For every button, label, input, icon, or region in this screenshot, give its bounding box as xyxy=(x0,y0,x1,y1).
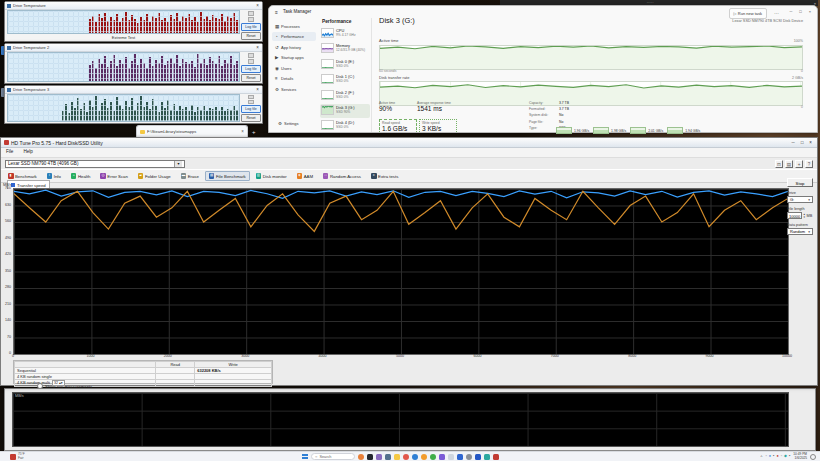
temp-bar xyxy=(164,108,166,121)
tray-icon[interactable]: ▫ xyxy=(781,455,782,459)
temp-bar xyxy=(194,67,196,81)
sidebar-item-services[interactable]: ⚙Services xyxy=(272,85,316,94)
minimize-icon[interactable]: ─ xyxy=(789,9,792,14)
perf-item-disk-2-f-[interactable]: Disk 2 (F:)SSD 0% xyxy=(320,89,370,103)
close-icon[interactable]: × xyxy=(809,140,812,145)
toolbar-tab-file-benchmark[interactable]: ▤File Benchmark xyxy=(205,171,250,181)
taskbar-icon-app-light[interactable] xyxy=(448,454,454,460)
close-icon[interactable]: × xyxy=(255,3,260,8)
tray-icon[interactable]: ● xyxy=(769,455,771,459)
sidebar-item-app-history[interactable]: ↺App history xyxy=(272,43,316,52)
toolbar-tab-disk-monitor[interactable]: ▥Disk monitor xyxy=(252,171,291,181)
run-new-task-button[interactable]: ▷ Run new task xyxy=(729,8,767,19)
temp-window-titlebar[interactable]: Drive Temperature 2 × xyxy=(5,44,262,52)
drive-selector[interactable]: Lexar SSD NM790 4TB (4096 GB) ▾ xyxy=(5,160,185,168)
checkbox-icon[interactable] xyxy=(37,383,43,389)
tray-icon[interactable]: ▫ xyxy=(765,455,766,459)
close-icon[interactable]: × xyxy=(241,129,244,134)
perf-item-disk-1-c-[interactable]: Disk 1 (C:)SSD 0% xyxy=(320,73,370,87)
temp-bar xyxy=(140,17,142,33)
notification-bell-icon[interactable] xyxy=(810,454,816,460)
explorer-tab[interactable]: F:\SteamLibrary\steamapps × xyxy=(136,125,248,137)
perf-item-disk-3-g-[interactable]: Disk 3 (G:)SSD 90% xyxy=(320,104,370,118)
log-file-button[interactable]: Log file xyxy=(241,105,261,113)
taskbar-icon-app-gray[interactable] xyxy=(466,454,472,460)
perf-item-memory[interactable]: Memory12.6/31.9 GB (40%) xyxy=(320,42,370,56)
temp-window-3: Drive Temperature 3 × Log file Reset xyxy=(4,85,263,124)
taskbar-icon-file-explorer[interactable] xyxy=(394,454,400,460)
sidebar-item-startup-apps[interactable]: ▶Startup apps xyxy=(272,53,316,62)
perf-item-disk-4-d-[interactable]: Disk 4 (D:)SSD 0% xyxy=(320,119,370,133)
perf-item-disk-0-e-[interactable]: Disk 0 (E:)SSD 0% xyxy=(320,58,370,72)
minimize-icon[interactable]: ─ xyxy=(791,140,794,145)
taskbar-icon-app-blue2[interactable] xyxy=(457,454,463,460)
perf-item-cpu[interactable]: CPU9% 4.17 GHz xyxy=(320,27,370,41)
tray-icon[interactable]: ● xyxy=(776,455,778,459)
taskbar-icon-app-steel[interactable] xyxy=(385,454,391,460)
perf-item-text: Disk 3 (G:)SSD 90% xyxy=(336,105,355,117)
hamburger-icon[interactable]: ≡ xyxy=(275,9,278,15)
toolbar-tab-folder-usage[interactable]: ▰Folder Usage xyxy=(134,171,175,181)
spinner-arrows-icon[interactable]: ▲▼ xyxy=(803,213,805,219)
toolbar-tab-random-access[interactable]: ∷Random Access xyxy=(319,171,365,181)
reset-button[interactable]: Reset xyxy=(241,114,261,122)
sidebar-item-processes[interactable]: ▦Processes xyxy=(272,22,316,31)
save-icon[interactable]: ▤ xyxy=(785,160,793,168)
temp-bar xyxy=(104,56,106,81)
tray-icon[interactable]: ▪ xyxy=(789,455,790,459)
taskbar-icon-app-green[interactable] xyxy=(430,454,436,460)
temp-window-titlebar[interactable]: Drive Temperature 3 × xyxy=(5,86,262,94)
chevron-down-icon[interactable]: ▾ xyxy=(174,161,182,167)
tray-icon[interactable]: ▪ xyxy=(773,455,774,459)
file-length-input[interactable]: 10000 xyxy=(787,212,802,219)
menu-file[interactable]: File xyxy=(6,149,13,156)
temp-window-titlebar[interactable]: Drive Temperature × xyxy=(5,2,262,10)
search-input[interactable]: ○ Search xyxy=(311,453,355,460)
toolbar-tab-health[interactable]: +Health xyxy=(67,171,94,181)
chevron-down-icon: ▾ xyxy=(808,198,810,202)
toolbar-tab-error-scan[interactable]: ◎Error Scan xyxy=(96,171,132,181)
stop-button[interactable]: Stop xyxy=(787,178,813,187)
toolbar-tab-erase[interactable]: ▬Erase xyxy=(177,171,203,181)
taskbar-clock[interactable]: 10:49 PM1/6/2025 xyxy=(793,453,807,460)
log-file-button[interactable]: Log file xyxy=(241,23,261,31)
taskbar-icon-app-red[interactable] xyxy=(403,454,409,460)
log-file-button[interactable]: Log file xyxy=(241,65,261,73)
maximize-icon[interactable]: □ xyxy=(801,140,804,145)
screenshot-icon[interactable]: ⊡ xyxy=(775,160,783,168)
add-icon[interactable]: + xyxy=(795,160,803,168)
more-options-icon[interactable]: … xyxy=(774,9,779,15)
taskbar-icon-app-orange[interactable] xyxy=(358,454,364,460)
taskbar-icon-app-violet[interactable] xyxy=(376,454,382,460)
tray-icon[interactable]: ◆ xyxy=(784,455,787,459)
new-tab-button[interactable]: + xyxy=(252,129,256,135)
help-icon[interactable]: ? xyxy=(805,160,813,168)
toolbar-tab-extra-tests[interactable]: ±Extra tests xyxy=(367,171,402,181)
taskbar-icon-app-crimson[interactable] xyxy=(493,454,499,460)
close-icon[interactable]: × xyxy=(255,45,260,50)
taskbar-icon-app-indigo[interactable] xyxy=(475,454,481,460)
start-button[interactable] xyxy=(302,454,308,460)
sidebar-item-details[interactable]: ≡Details xyxy=(272,74,316,83)
temp-bar xyxy=(185,107,187,121)
close-icon[interactable]: × xyxy=(809,9,811,14)
reset-button[interactable]: Reset xyxy=(241,32,261,40)
hdtune-titlebar[interactable]: HD Tune Pro 5.75 - Hard Disk/SSD Utility… xyxy=(1,138,817,148)
reset-button[interactable]: Reset xyxy=(241,74,261,82)
taskbar-icon-app-dark[interactable] xyxy=(367,454,373,460)
sidebar-item-users[interactable]: ◉Users xyxy=(272,64,316,73)
taskbar-icon-app-amber[interactable] xyxy=(421,454,427,460)
data-pattern-select[interactable]: Random▾ xyxy=(787,228,813,235)
widgets-button[interactable]: 75°FFair xyxy=(0,453,130,460)
close-icon[interactable]: × xyxy=(255,87,260,92)
taskbar-icon-app-blue[interactable] xyxy=(412,454,418,460)
taskbar-icon-app-purple[interactable] xyxy=(439,454,445,460)
maximize-icon[interactable]: □ xyxy=(799,9,801,14)
toolbar-tab-aam[interactable]: ◈AAM xyxy=(293,171,317,181)
sidebar-item-performance[interactable]: ◔Performance xyxy=(272,32,316,41)
menu-help[interactable]: Help xyxy=(23,149,32,156)
taskbar-icon-app-teal[interactable] xyxy=(484,454,490,460)
tray-chevron-icon[interactable]: ^ xyxy=(761,454,763,459)
drive-letter-select[interactable]: G:▾ xyxy=(787,196,813,203)
show-raw-checkbox[interactable]: Show raw measurements xyxy=(37,383,92,389)
